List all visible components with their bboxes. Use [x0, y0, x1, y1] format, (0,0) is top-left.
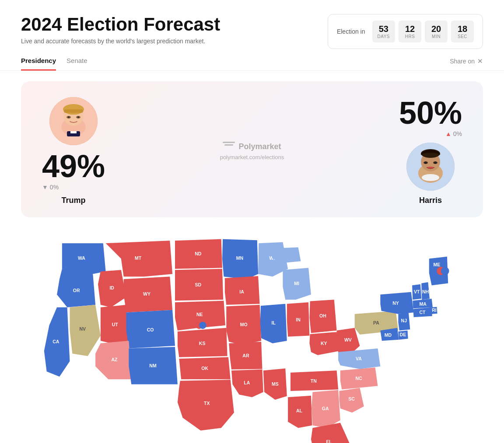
- state-ia: [225, 276, 260, 305]
- svg-point-19: [434, 162, 436, 164]
- state-co: [126, 310, 175, 349]
- svg-point-18: [424, 162, 427, 164]
- share-on-button[interactable]: Share on ✕: [450, 57, 483, 70]
- state-in: [287, 302, 310, 337]
- state-vt: [412, 284, 421, 300]
- state-ma: [413, 299, 433, 308]
- trump-arrow: ▼: [42, 184, 48, 191]
- trump-avatar: [49, 97, 98, 145]
- countdown-label: Election in: [337, 28, 365, 35]
- state-ny: [380, 292, 413, 314]
- trump-stats: 49% ▼ 0%: [42, 150, 105, 191]
- state-ms: [263, 368, 287, 400]
- state-il: [260, 304, 287, 343]
- countdown-hrs: 12 HRS: [399, 21, 421, 42]
- center-brand: Polymarket polymarket.com/elections: [220, 142, 284, 160]
- harris-arrow: ▲: [445, 130, 452, 137]
- days-label: DAYS: [378, 34, 390, 39]
- state-ok: [179, 357, 230, 379]
- trump-candidate: 49% ▼ 0% Trump: [42, 97, 105, 205]
- harris-name: Harris: [419, 196, 442, 205]
- state-wa: [62, 243, 106, 274]
- state-az: [95, 341, 131, 379]
- sec-value: 18: [456, 24, 469, 34]
- me-split-blue: [441, 267, 449, 275]
- state-ga: [312, 390, 340, 428]
- state-tx: [178, 380, 234, 430]
- harris-pct: 50%: [399, 97, 462, 129]
- state-va: [338, 349, 380, 369]
- state-ky: [309, 332, 339, 355]
- state-nd: [175, 239, 222, 269]
- tabs-bar: Presidency Senate Share on ✕: [0, 49, 504, 71]
- map-section: WA OR CA NV ID MT WY UT CO AZ NM ND: [0, 228, 504, 443]
- svg-rect-22: [425, 177, 436, 179]
- harris-stats: 50% ▲ 0%: [399, 97, 462, 137]
- trump-pct: 49%: [42, 150, 105, 182]
- harris-portrait: [406, 143, 455, 191]
- state-la: [231, 370, 263, 397]
- svg-point-20: [427, 167, 434, 168]
- state-tn: [290, 370, 338, 391]
- min-value: 20: [430, 24, 442, 34]
- state-mi-lower: [283, 268, 311, 300]
- harris-change-val: 0%: [453, 130, 462, 137]
- countdown-box: Election in 53 DAYS 12 HRS 20 MIN 18 SEC: [328, 14, 483, 49]
- countdown-days: 53 DAYS: [372, 21, 396, 42]
- page-title: 2024 Election Forecast: [21, 14, 220, 35]
- countdown-min: 20 MIN: [425, 21, 448, 42]
- page-subtitle: Live and accurate forecasts by the world…: [21, 38, 220, 45]
- tab-senate[interactable]: Senate: [66, 57, 88, 70]
- state-nh: [421, 282, 430, 300]
- svg-rect-5: [64, 109, 83, 113]
- state-mn: [222, 239, 258, 279]
- tab-presidency[interactable]: Presidency: [21, 57, 56, 70]
- us-map: WA OR CA NV ID MT WY UT CO AZ NM ND: [21, 228, 483, 443]
- state-nc: [340, 367, 378, 389]
- trump-name: Trump: [62, 196, 86, 205]
- trump-portrait: [49, 97, 98, 145]
- state-nm: [129, 347, 177, 384]
- header-left: 2024 Election Forecast Live and accurate…: [21, 14, 220, 45]
- countdown-sec: 18 SEC: [451, 21, 474, 42]
- tabs-left: Presidency Senate: [21, 57, 88, 70]
- svg-rect-11: [70, 131, 77, 133]
- harris-candidate: 50% ▲ 0% Harris: [399, 97, 462, 205]
- state-id: [98, 270, 126, 307]
- ne-split-blue: [199, 322, 206, 329]
- polymarket-logo: Polymarket: [223, 142, 281, 151]
- state-ri: [432, 307, 438, 314]
- forecast-card: 49% ▼ 0% Trump Polymarket polymarket.com…: [21, 81, 483, 217]
- harris-avatar: [406, 143, 455, 191]
- state-sd: [175, 269, 223, 301]
- x-icon: ✕: [477, 57, 483, 65]
- brand-name: Polymarket: [238, 142, 281, 151]
- polymarket-icon: [223, 142, 235, 151]
- min-label: MIN: [430, 34, 442, 39]
- sec-label: SEC: [456, 34, 469, 39]
- countdown-units: 53 DAYS 12 HRS 20 MIN 18 SEC: [372, 21, 474, 42]
- state-sc: [339, 388, 364, 412]
- trump-change: ▼ 0%: [42, 184, 59, 191]
- state-ar: [229, 342, 262, 369]
- state-oh: [309, 300, 336, 333]
- state-nj: [398, 313, 410, 331]
- share-label: Share on: [450, 58, 475, 65]
- state-wy: [124, 276, 172, 312]
- svg-point-8: [68, 116, 70, 118]
- state-ks: [178, 328, 228, 357]
- state-ut: [101, 305, 129, 343]
- state-nv: [70, 305, 100, 356]
- state-mo: [226, 305, 261, 345]
- hrs-label: HRS: [404, 34, 416, 39]
- harris-change: ▲ 0%: [445, 130, 462, 137]
- svg-point-9: [77, 116, 79, 118]
- state-or: [57, 269, 95, 307]
- hrs-value: 12: [404, 24, 416, 34]
- state-al: [288, 396, 312, 428]
- state-de: [398, 331, 408, 340]
- trump-change-val: 0%: [50, 184, 59, 191]
- page-header: 2024 Election Forecast Live and accurate…: [0, 0, 504, 49]
- days-value: 53: [378, 24, 390, 34]
- state-ca: [44, 307, 70, 377]
